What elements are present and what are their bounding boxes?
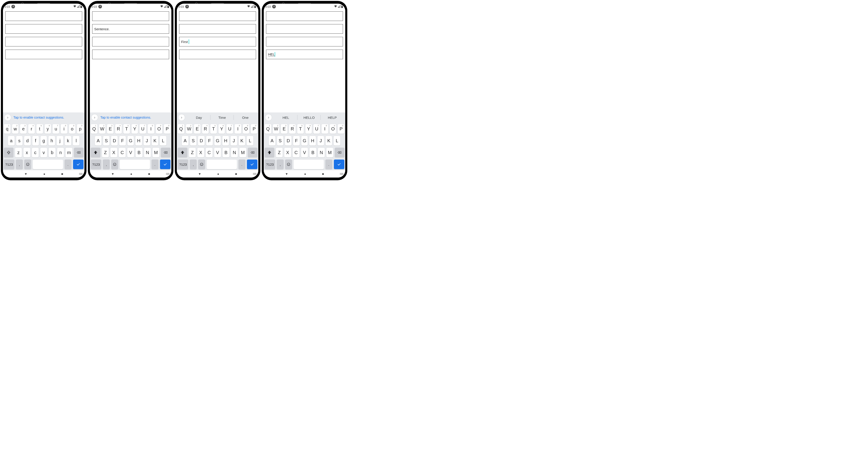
expand-suggestions-button[interactable]: › xyxy=(91,114,98,121)
key-x[interactable]: X xyxy=(284,148,291,157)
keyboard-switch-icon[interactable]: ⌨ xyxy=(79,173,82,176)
text-input-3[interactable]: First xyxy=(179,37,256,47)
emoji-key[interactable] xyxy=(198,159,205,169)
key-f[interactable]: f xyxy=(32,136,39,146)
key-v[interactable]: V xyxy=(127,148,134,157)
suggestion-item[interactable]: HEL xyxy=(274,116,298,120)
key-k[interactable]: K xyxy=(239,136,246,146)
suggestion-item[interactable]: Day xyxy=(187,116,211,120)
suggestion-hint[interactable]: Tap to enable contact suggestions. xyxy=(13,116,83,119)
nav-recent-icon[interactable]: ■ xyxy=(61,172,63,176)
expand-suggestions-button[interactable]: › xyxy=(178,114,185,121)
backspace-key[interactable] xyxy=(248,148,258,157)
key-z[interactable]: Z xyxy=(102,148,109,157)
key-j[interactable]: J xyxy=(230,136,237,146)
expand-suggestions-button[interactable]: › xyxy=(4,114,11,121)
comma-key[interactable]: , xyxy=(16,159,23,169)
suggestion-item[interactable]: Time xyxy=(211,116,234,120)
nav-back-icon[interactable]: ▼ xyxy=(24,172,28,176)
emoji-key[interactable] xyxy=(111,159,118,169)
enter-key[interactable] xyxy=(73,159,84,169)
key-m[interactable]: M xyxy=(239,148,246,157)
key-o[interactable]: O9 xyxy=(243,124,250,134)
key-e[interactable]: e3 xyxy=(20,124,27,134)
key-u[interactable]: U7 xyxy=(139,124,146,134)
key-f[interactable]: F xyxy=(206,136,213,146)
key-j[interactable]: J xyxy=(144,136,150,146)
key-s[interactable]: S xyxy=(103,136,110,146)
key-b[interactable]: B xyxy=(222,148,229,157)
text-input-4[interactable] xyxy=(5,50,82,59)
key-g[interactable]: g xyxy=(40,136,47,146)
text-input-2[interactable] xyxy=(5,24,82,34)
key-e[interactable]: E3 xyxy=(107,124,114,134)
expand-suggestions-button[interactable]: › xyxy=(265,114,272,121)
key-h[interactable]: h xyxy=(48,136,55,146)
nav-recent-icon[interactable]: ■ xyxy=(322,172,324,176)
text-input-1[interactable] xyxy=(92,11,169,21)
text-input-1[interactable] xyxy=(5,11,82,21)
key-c[interactable]: c xyxy=(32,148,39,157)
key-t[interactable]: t5 xyxy=(36,124,43,134)
key-k[interactable]: K xyxy=(326,136,333,146)
key-i[interactable]: i8 xyxy=(61,124,68,134)
space-key[interactable] xyxy=(120,159,150,169)
key-p[interactable]: p0 xyxy=(77,124,84,134)
key-i[interactable]: I8 xyxy=(235,124,242,134)
suggestion-item[interactable]: One xyxy=(234,116,257,120)
key-v[interactable]: V xyxy=(214,148,221,157)
key-r[interactable]: r4 xyxy=(28,124,35,134)
key-z[interactable]: Z xyxy=(276,148,283,157)
key-n[interactable]: N xyxy=(144,148,151,157)
key-p[interactable]: P0 xyxy=(338,124,345,134)
key-l[interactable]: l xyxy=(72,136,80,146)
key-b[interactable]: B xyxy=(135,148,143,157)
comma-key[interactable]: , xyxy=(103,159,110,169)
key-z[interactable]: z xyxy=(15,148,22,157)
nav-home-icon[interactable]: ● xyxy=(217,172,219,176)
shift-key[interactable] xyxy=(91,148,101,157)
nav-back-icon[interactable]: ▼ xyxy=(285,172,288,176)
key-q[interactable]: Q1 xyxy=(91,124,98,134)
text-input-2[interactable] xyxy=(266,24,343,34)
text-input-3[interactable] xyxy=(92,37,169,47)
key-u[interactable]: U7 xyxy=(313,124,320,134)
text-input-3[interactable] xyxy=(266,37,343,47)
key-l[interactable]: L xyxy=(333,136,340,146)
symbols-key[interactable]: ?123 xyxy=(4,159,14,169)
key-e[interactable]: E3 xyxy=(281,124,288,134)
key-c[interactable]: C xyxy=(119,148,126,157)
key-c[interactable]: C xyxy=(206,148,213,157)
nav-home-icon[interactable]: ● xyxy=(304,172,306,176)
keyboard-switch-icon[interactable]: ⌨ xyxy=(166,173,169,176)
key-x[interactable]: X xyxy=(197,148,205,157)
key-w[interactable]: W2 xyxy=(99,124,106,134)
key-k[interactable]: K xyxy=(152,136,159,146)
key-r[interactable]: R4 xyxy=(115,124,122,134)
nav-recent-icon[interactable]: ■ xyxy=(235,172,237,176)
key-m[interactable]: M xyxy=(152,148,159,157)
suggestion-item[interactable]: HELLO xyxy=(298,116,321,120)
shift-key[interactable] xyxy=(4,148,14,157)
backspace-key[interactable] xyxy=(335,148,345,157)
text-input-4[interactable] xyxy=(92,50,169,59)
key-j[interactable]: j xyxy=(57,136,63,146)
period-key[interactable]: . xyxy=(238,159,246,169)
key-s[interactable]: s xyxy=(16,136,23,146)
key-a[interactable]: a xyxy=(8,136,15,146)
key-g[interactable]: G xyxy=(214,136,221,146)
nav-recent-icon[interactable]: ■ xyxy=(148,172,150,176)
key-y[interactable]: y6 xyxy=(44,124,52,134)
key-k[interactable]: k xyxy=(65,136,72,146)
text-input-1[interactable] xyxy=(179,11,256,21)
key-y[interactable]: Y6 xyxy=(218,124,225,134)
key-i[interactable]: I8 xyxy=(148,124,155,134)
text-input-4[interactable]: HEL xyxy=(266,50,343,59)
key-r[interactable]: R4 xyxy=(202,124,209,134)
enter-key[interactable] xyxy=(247,159,258,169)
symbols-key[interactable]: ?123 xyxy=(265,159,275,169)
text-input-4[interactable] xyxy=(179,50,256,59)
suggestion-hint[interactable]: Tap to enable contact suggestions. xyxy=(100,116,170,119)
emoji-key[interactable] xyxy=(24,159,31,169)
key-s[interactable]: S xyxy=(190,136,197,146)
